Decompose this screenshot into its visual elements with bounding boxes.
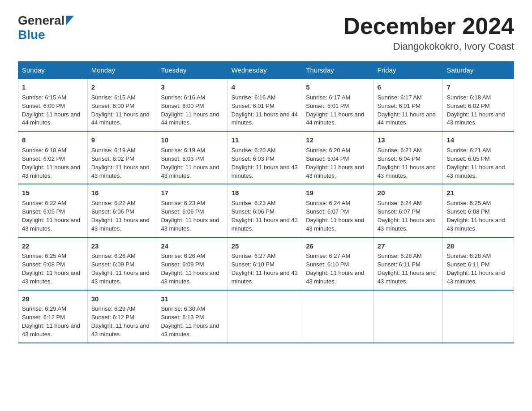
calendar-cell: 11 Sunrise: 6:20 AM Sunset: 6:03 PM Dayl…: [227, 131, 302, 184]
daylight-label: Daylight: 11 hours and 43 minutes.: [161, 270, 219, 285]
sunset-label: Sunset: 6:07 PM: [306, 208, 349, 215]
sunset-label: Sunset: 6:12 PM: [91, 314, 134, 321]
page-header: General Blue December 2024 Diangokokokro…: [18, 13, 514, 52]
sunrise-label: Sunrise: 6:25 AM: [446, 200, 491, 206]
daylight-label: Daylight: 11 hours and 43 minutes.: [232, 270, 298, 285]
daylight-label: Daylight: 11 hours and 43 minutes.: [161, 217, 219, 232]
day-number: 22: [22, 241, 84, 251]
daylight-label: Daylight: 11 hours and 43 minutes.: [378, 217, 436, 232]
day-number: 11: [232, 135, 299, 145]
sunrise-label: Sunrise: 6:19 AM: [161, 147, 205, 154]
calendar-cell: 27 Sunrise: 6:28 AM Sunset: 6:11 PM Dayl…: [373, 237, 443, 290]
calendar-cell: 29 Sunrise: 6:29 AM Sunset: 6:12 PM Dayl…: [18, 290, 88, 343]
daylight-label: Daylight: 11 hours and 43 minutes.: [91, 322, 150, 338]
sunset-label: Sunset: 6:01 PM: [232, 103, 275, 109]
sunset-label: Sunset: 6:07 PM: [378, 208, 420, 215]
day-number: 17: [161, 188, 223, 198]
calendar-cell: [302, 290, 374, 343]
calendar-subtitle: Diangokokokro, Ivory Coast: [343, 41, 514, 52]
calendar-cell: 19 Sunrise: 6:24 AM Sunset: 6:07 PM Dayl…: [302, 184, 374, 237]
sunset-label: Sunset: 6:06 PM: [232, 208, 275, 215]
day-header-thursday: Thursday: [302, 62, 374, 79]
sunrise-label: Sunrise: 6:29 AM: [91, 305, 136, 312]
calendar-title: December 2024: [343, 13, 514, 39]
day-number: 24: [161, 241, 223, 251]
sunset-label: Sunset: 6:11 PM: [378, 261, 420, 268]
sunrise-label: Sunrise: 6:21 AM: [446, 147, 491, 154]
day-header-saturday: Saturday: [443, 62, 514, 79]
daylight-label: Daylight: 11 hours and 43 minutes.: [306, 217, 364, 232]
daylight-label: Daylight: 11 hours and 43 minutes.: [378, 164, 436, 179]
sunrise-label: Sunrise: 6:18 AM: [22, 147, 66, 154]
day-number: 4: [232, 82, 299, 92]
daylight-label: Daylight: 11 hours and 43 minutes.: [22, 164, 80, 179]
day-number: 19: [306, 188, 370, 198]
title-area: December 2024 Diangokokokro, Ivory Coast: [343, 13, 514, 52]
sunset-label: Sunset: 6:09 PM: [161, 261, 204, 268]
day-number: 7: [446, 82, 510, 92]
day-number: 26: [306, 241, 370, 251]
sunset-label: Sunset: 6:02 PM: [91, 155, 134, 162]
sunrise-label: Sunrise: 6:24 AM: [378, 200, 422, 206]
sunrise-label: Sunrise: 6:27 AM: [232, 253, 276, 259]
sunrise-label: Sunrise: 6:15 AM: [22, 94, 66, 101]
calendar-cell: 28 Sunrise: 6:28 AM Sunset: 6:11 PM Dayl…: [443, 237, 514, 290]
sunrise-label: Sunrise: 6:25 AM: [22, 253, 66, 259]
calendar-week-3: 15 Sunrise: 6:22 AM Sunset: 6:05 PM Dayl…: [18, 184, 514, 237]
sunrise-label: Sunrise: 6:30 AM: [161, 305, 205, 312]
day-number: 3: [161, 82, 223, 92]
sunset-label: Sunset: 6:11 PM: [446, 261, 489, 268]
sunrise-label: Sunrise: 6:22 AM: [91, 200, 136, 206]
calendar-table: SundayMondayTuesdayWednesdayThursdayFrid…: [18, 61, 514, 343]
day-header-sunday: Sunday: [18, 62, 88, 79]
sunrise-label: Sunrise: 6:17 AM: [378, 94, 422, 101]
day-number: 1: [22, 82, 84, 92]
calendar-cell: 24 Sunrise: 6:26 AM Sunset: 6:09 PM Dayl…: [157, 237, 227, 290]
calendar-cell: 12 Sunrise: 6:20 AM Sunset: 6:04 PM Dayl…: [302, 131, 374, 184]
sunset-label: Sunset: 6:00 PM: [91, 103, 134, 109]
sunset-label: Sunset: 6:08 PM: [22, 261, 65, 268]
sunset-label: Sunset: 6:04 PM: [306, 155, 349, 162]
daylight-label: Daylight: 11 hours and 43 minutes.: [161, 322, 219, 338]
day-number: 29: [22, 294, 84, 304]
daylight-label: Daylight: 11 hours and 43 minutes.: [446, 111, 505, 126]
daylight-label: Daylight: 11 hours and 43 minutes.: [378, 270, 436, 285]
calendar-cell: 8 Sunrise: 6:18 AM Sunset: 6:02 PM Dayli…: [18, 131, 88, 184]
day-number: 25: [232, 241, 299, 251]
day-number: 15: [22, 188, 84, 198]
daylight-label: Daylight: 11 hours and 44 minutes.: [232, 111, 298, 126]
sunrise-label: Sunrise: 6:27 AM: [306, 253, 350, 259]
calendar-cell: 1 Sunrise: 6:15 AM Sunset: 6:00 PM Dayli…: [18, 79, 88, 132]
daylight-label: Daylight: 11 hours and 43 minutes.: [22, 217, 80, 232]
calendar-week-4: 22 Sunrise: 6:25 AM Sunset: 6:08 PM Dayl…: [18, 237, 514, 290]
daylight-label: Daylight: 11 hours and 43 minutes.: [22, 270, 80, 285]
sunrise-label: Sunrise: 6:16 AM: [232, 94, 276, 101]
day-number: 10: [161, 135, 223, 145]
sunset-label: Sunset: 6:06 PM: [161, 208, 204, 215]
calendar-cell: 6 Sunrise: 6:17 AM Sunset: 6:01 PM Dayli…: [373, 79, 443, 132]
calendar-cell: 21 Sunrise: 6:25 AM Sunset: 6:08 PM Dayl…: [443, 184, 514, 237]
sunset-label: Sunset: 6:01 PM: [306, 103, 349, 109]
daylight-label: Daylight: 11 hours and 43 minutes.: [232, 164, 298, 179]
calendar-body: 1 Sunrise: 6:15 AM Sunset: 6:00 PM Dayli…: [18, 79, 514, 343]
sunrise-label: Sunrise: 6:23 AM: [161, 200, 205, 206]
calendar-cell: 22 Sunrise: 6:25 AM Sunset: 6:08 PM Dayl…: [18, 237, 88, 290]
calendar-cell: 31 Sunrise: 6:30 AM Sunset: 6:13 PM Dayl…: [157, 290, 227, 343]
daylight-label: Daylight: 11 hours and 43 minutes.: [91, 164, 150, 179]
sunset-label: Sunset: 6:06 PM: [91, 208, 134, 215]
sunset-label: Sunset: 6:04 PM: [378, 155, 420, 162]
calendar-header: SundayMondayTuesdayWednesdayThursdayFrid…: [18, 62, 514, 79]
day-number: 8: [22, 135, 84, 145]
sunset-label: Sunset: 6:10 PM: [232, 261, 275, 268]
day-number: 14: [446, 135, 510, 145]
sunrise-label: Sunrise: 6:28 AM: [446, 253, 491, 259]
sunrise-label: Sunrise: 6:24 AM: [306, 200, 350, 206]
daylight-label: Daylight: 11 hours and 44 minutes.: [306, 111, 364, 126]
day-number: 9: [91, 135, 154, 145]
sunrise-label: Sunrise: 6:18 AM: [446, 94, 491, 101]
daylight-label: Daylight: 11 hours and 43 minutes.: [446, 217, 505, 232]
day-number: 21: [446, 188, 510, 198]
day-header-wednesday: Wednesday: [227, 62, 302, 79]
day-number: 20: [378, 188, 439, 198]
daylight-label: Daylight: 11 hours and 43 minutes.: [22, 322, 80, 338]
